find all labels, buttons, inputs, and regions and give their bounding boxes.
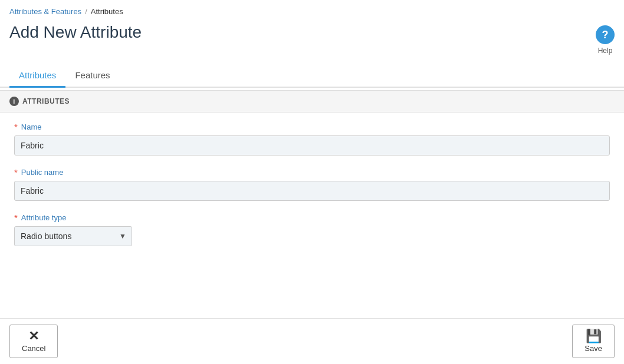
- help-icon: ?: [596, 25, 615, 44]
- attribute-type-label-text: Attribute type: [21, 213, 67, 222]
- breadcrumb-parent[interactable]: Attributes & Features: [9, 7, 81, 16]
- attribute-type-select[interactable]: Radio buttons Checkboxes Dropdown Text C…: [14, 226, 132, 246]
- section-title: ATTRIBUTES: [22, 97, 70, 105]
- attribute-type-field-group: * Attribute type Radio buttons Checkboxe…: [14, 213, 610, 246]
- attribute-type-required-star: *: [14, 213, 18, 223]
- page-title: Add New Attribute: [9, 23, 142, 42]
- tabs: Attributes Features: [0, 64, 624, 88]
- page-header: Add New Attribute ? Help: [0, 18, 624, 64]
- tab-attributes[interactable]: Attributes: [9, 64, 65, 88]
- section-header: i ATTRIBUTES: [0, 90, 624, 112]
- attribute-type-label: * Attribute type: [14, 213, 610, 223]
- help-label: Help: [598, 47, 613, 55]
- info-icon: i: [9, 97, 19, 106]
- name-input[interactable]: [14, 135, 610, 155]
- name-required-star: *: [14, 122, 18, 132]
- breadcrumb-separator: /: [85, 7, 87, 16]
- attribute-type-select-wrapper: Radio buttons Checkboxes Dropdown Text C…: [14, 226, 132, 246]
- name-label-text: Name: [21, 123, 42, 131]
- tab-features[interactable]: Features: [65, 64, 119, 88]
- public-name-label-text: Public name: [21, 168, 64, 177]
- name-label: * Name: [14, 122, 610, 132]
- public-name-required-star: *: [14, 167, 18, 177]
- help-button[interactable]: ? Help: [596, 25, 615, 55]
- public-name-field-group: * Public name: [14, 167, 610, 201]
- breadcrumb-current: Attributes: [91, 7, 123, 16]
- form-area: * Name * Public name * Attribute type Ra…: [0, 112, 624, 267]
- breadcrumb: Attributes & Features / Attributes: [0, 0, 624, 18]
- public-name-label: * Public name: [14, 167, 610, 177]
- name-field-group: * Name: [14, 122, 610, 155]
- public-name-input[interactable]: [14, 181, 610, 201]
